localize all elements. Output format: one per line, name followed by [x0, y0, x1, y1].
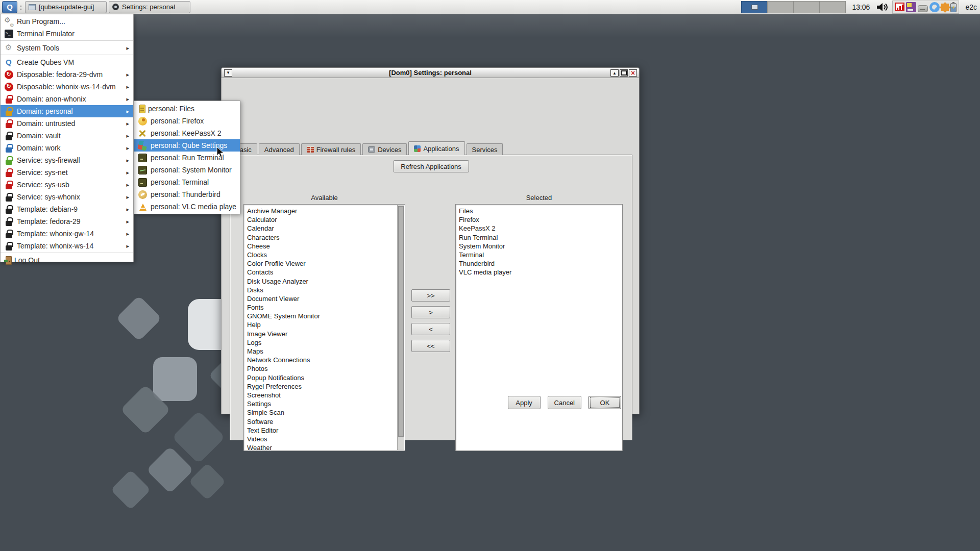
dialog-titlebar[interactable]: ▾ [Dom0] Settings: personal ▲ ×	[222, 68, 639, 78]
battery-icon[interactable]	[950, 3, 957, 12]
menu-item[interactable]	[1, 40, 133, 41]
tab[interactable]: Devices	[362, 143, 407, 155]
menu-item[interactable]: Terminal Emulator	[1, 28, 133, 40]
list-item[interactable]: Videos	[244, 435, 405, 443]
list-item[interactable]: Popup Notifications	[244, 373, 405, 382]
list-item[interactable]: Simple Scan	[244, 408, 405, 417]
action-button[interactable]: Cancel	[548, 396, 581, 409]
action-button[interactable]: OK	[589, 396, 621, 409]
list-item[interactable]: Disk Usage Analyzer	[244, 277, 405, 286]
list-item[interactable]: Photos	[244, 364, 405, 373]
workspace-cell[interactable]	[819, 1, 846, 13]
list-item[interactable]: Disks	[244, 286, 405, 294]
menu-item[interactable]	[1, 55, 133, 56]
tab[interactable]: Advanced	[259, 143, 300, 155]
selected-list[interactable]: FilesFirefoxKeePassX 2Run TerminalSystem…	[455, 204, 623, 451]
menu-item[interactable]	[1, 253, 133, 254]
qubes-menu-button[interactable]: Q	[2, 1, 17, 13]
menu-item[interactable]: Domain: work ▸	[1, 142, 133, 154]
menu-item[interactable]: Template: whonix-gw-14 ▸	[1, 228, 133, 240]
list-item[interactable]: Text Editor	[244, 426, 405, 435]
list-item[interactable]: Settings	[244, 399, 405, 408]
list-item[interactable]: Cheese	[244, 242, 405, 251]
refresh-applications-button[interactable]: Refresh Applications	[393, 160, 469, 172]
tab[interactable]: Services	[467, 143, 503, 155]
window-menu-button[interactable]: ▾	[224, 69, 232, 77]
menu-item[interactable]: Service: sys-firewall ▸	[1, 154, 133, 166]
list-item[interactable]: Color Profile Viewer	[244, 259, 405, 268]
list-item[interactable]: Characters	[244, 233, 405, 242]
menu-item[interactable]: Template: debian-9 ▸	[1, 203, 133, 215]
available-list[interactable]: Archive ManagerCalculatorCalendarCharact…	[243, 204, 405, 451]
list-item[interactable]: Thunderbird	[456, 259, 622, 268]
list-item[interactable]: Files	[456, 207, 622, 215]
submenu-item[interactable]: personal: Firefox	[134, 115, 240, 127]
action-button[interactable]: Apply	[508, 396, 541, 409]
shade-button[interactable]: ▲	[610, 69, 619, 77]
maximize-button[interactable]	[620, 69, 628, 77]
list-item[interactable]: VLC media player	[456, 268, 622, 277]
list-item[interactable]: Rygel Preferences	[244, 382, 405, 391]
taskbar-button[interactable]: [qubes-update-gui]	[25, 1, 107, 13]
list-item[interactable]: Weather	[244, 443, 405, 451]
list-item[interactable]: Calendar	[244, 224, 405, 233]
backup-device-icon[interactable]	[906, 2, 916, 12]
qubes-tray-icon[interactable]	[929, 2, 940, 12]
workspace-cell[interactable]	[741, 1, 768, 13]
menu-item[interactable]: Domain: vault ▸	[1, 130, 133, 142]
list-item[interactable]: Run Terminal	[456, 233, 622, 242]
menu-item[interactable]: Disposable: fedora-29-dvm ▸	[1, 68, 133, 81]
tab[interactable]: Firewall rules	[301, 143, 361, 155]
transfer-button[interactable]: <	[411, 323, 450, 335]
menu-item[interactable]: Domain: untrusted ▸	[1, 117, 133, 130]
list-item[interactable]: Firefox	[456, 215, 622, 224]
list-item[interactable]: Network Connections	[244, 356, 405, 364]
list-item[interactable]: Logs	[244, 338, 405, 347]
list-item[interactable]: Clocks	[244, 251, 405, 259]
list-item[interactable]: System Monitor	[456, 242, 622, 251]
submenu-item[interactable]: personal: System Monitor	[134, 164, 240, 176]
menu-item[interactable]: Service: sys-net ▸	[1, 166, 133, 179]
menu-item[interactable]: Log Out	[1, 254, 133, 266]
volume-icon[interactable]	[876, 2, 890, 13]
menu-item[interactable]: Template: fedora-29 ▸	[1, 215, 133, 228]
updates-icon[interactable]	[940, 2, 950, 13]
scrollbar-thumb[interactable]	[398, 206, 404, 437]
taskbar-button[interactable]: Settings: personal	[109, 1, 190, 13]
submenu-item[interactable]: personal: VLC media player	[134, 201, 240, 213]
menu-item[interactable]: Service: sys-whonix ▸	[1, 191, 133, 203]
list-item[interactable]: Software	[244, 417, 405, 426]
menu-item[interactable]: Create Qubes VM	[1, 56, 133, 68]
tab[interactable]: Applications	[408, 141, 464, 155]
list-item[interactable]: Maps	[244, 347, 405, 356]
submenu-item[interactable]: personal: Thunderbird	[134, 188, 240, 201]
scrollbar[interactable]	[397, 205, 404, 450]
list-item[interactable]: Archive Manager	[244, 207, 405, 215]
transfer-button[interactable]: <<	[411, 340, 450, 352]
transfer-button[interactable]: >	[411, 306, 450, 318]
submenu-item[interactable]: personal: Terminal	[134, 176, 240, 188]
menu-item[interactable]: Disposable: whonix-ws-14-dvm ▸	[1, 81, 133, 93]
workspace-cell[interactable]	[767, 1, 794, 13]
list-item[interactable]: Fonts	[244, 303, 405, 312]
disk-icon[interactable]	[918, 5, 928, 12]
menu-item[interactable]: Run Program...	[1, 15, 133, 28]
close-button[interactable]: ×	[629, 69, 637, 77]
transfer-button[interactable]: >>	[411, 289, 450, 302]
list-item[interactable]: Terminal	[456, 251, 622, 259]
menu-item[interactable]: Service: sys-usb ▸	[1, 179, 133, 191]
submenu-item[interactable]: personal: KeePassX 2	[134, 127, 240, 139]
list-item[interactable]: Help	[244, 320, 405, 329]
submenu-item[interactable]: personal: Files	[134, 103, 240, 115]
workspace-cell[interactable]	[793, 1, 820, 13]
list-item[interactable]: KeePassX 2	[456, 224, 622, 233]
list-item[interactable]: Calculator	[244, 215, 405, 224]
menu-item[interactable]: Template: whonix-ws-14 ▸	[1, 240, 133, 252]
list-item[interactable]: GNOME System Monitor	[244, 312, 405, 320]
menu-item[interactable]: Domain: anon-whonix ▸	[1, 93, 133, 105]
menu-item[interactable]: Domain: personal ▸	[1, 105, 133, 117]
list-item[interactable]: Image Viewer	[244, 330, 405, 338]
list-item[interactable]: Contacts	[244, 268, 405, 277]
list-item[interactable]: Document Viewer	[244, 294, 405, 303]
cpu-meter-icon[interactable]	[895, 3, 904, 11]
